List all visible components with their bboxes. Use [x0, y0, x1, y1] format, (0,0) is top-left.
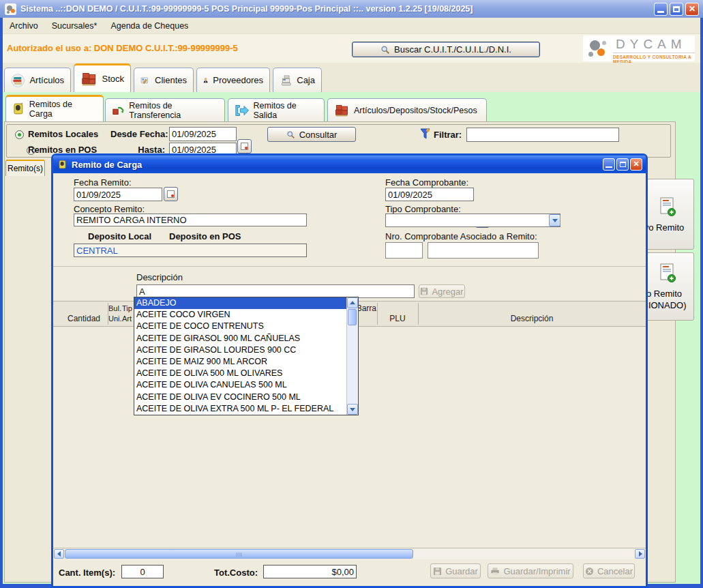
window-frame-right — [700, 18, 703, 588]
suggestion-item[interactable]: ACEITE DE OLIVA 500 ML OLIVARES — [134, 368, 346, 379]
application-window: Sistema ..::DON DEMO / C.U.I.T.:99-99999… — [0, 0, 703, 588]
client-card-icon — [140, 72, 150, 89]
tab-proveedores-label: Proveedores — [213, 75, 263, 85]
suggestion-item[interactable]: ABADEJO — [134, 297, 346, 309]
suggestion-item[interactable]: ACEITE DE COCO ENTRENUTS — [134, 321, 346, 332]
suggestion-item[interactable]: ACEITE DE GIRASOL LOURDES 900 CC — [134, 344, 346, 356]
remitos-list-tab[interactable]: Remito(s) — [5, 160, 45, 176]
tab-caja[interactable]: Caja — [273, 68, 322, 92]
minimize-button[interactable] — [654, 3, 668, 16]
radio-deposito-local-label: Deposito Local — [88, 231, 151, 241]
subtab-remitos-salida[interactable]: Remitos de Salida — [228, 98, 325, 121]
search-icon — [380, 45, 390, 55]
section-divider — [53, 266, 646, 267]
suggestion-item[interactable]: ACEITE DE GIRASOL 900 ML CAÑUELAS — [134, 333, 346, 344]
nro-comprobante-input-2[interactable] — [428, 242, 539, 259]
scroll-up-button[interactable] — [347, 297, 358, 308]
dialog-note-icon — [57, 160, 68, 170]
exit-arrow-icon — [235, 104, 249, 117]
window-title: Sistema ..::DON DEMO / C.U.I.T.:99-99999… — [20, 4, 473, 14]
save-icon — [433, 567, 442, 576]
agregar-button[interactable]: Agregar — [419, 284, 465, 298]
menu-item[interactable]: Agenda de Cheques — [104, 19, 195, 33]
dialog-minimize-button[interactable] — [603, 158, 615, 171]
cancelar-button[interactable]: Cancelar — [583, 563, 635, 578]
subtab-remitos-carga[interactable]: Remitos de Carga — [5, 95, 104, 121]
buscar-cuit-button[interactable]: Buscar C.U.I.T./C.U.I.L./D.N.I. — [352, 42, 540, 57]
concepto-remito-label: Concepto Remito: — [74, 204, 145, 214]
tab-articulos[interactable]: Artículos — [4, 68, 71, 92]
filter-funnel-icon — [420, 128, 430, 140]
suggestion-item[interactable]: ACEITE DE OLIVA EXTRA 500 ML P- EL FEDER… — [134, 403, 346, 415]
fecha-remito-input[interactable] — [74, 188, 162, 201]
menu-item[interactable]: Archivo — [3, 19, 45, 33]
dialog-close-button[interactable]: ✕ — [630, 158, 642, 171]
tab-articulos-label: Artículos — [29, 75, 64, 85]
horizontal-scrollbar-thumb[interactable] — [65, 549, 413, 559]
desde-calendar-button[interactable] — [237, 139, 252, 153]
nro-comprobante-label: Nro. Comprobante Asociado a Remito: — [385, 231, 537, 241]
tot-costo-input[interactable] — [263, 565, 357, 578]
tab-stock[interactable]: Stock — [74, 63, 131, 92]
deposit-boxes-icon — [334, 103, 349, 118]
guardar-imprimir-button[interactable]: Guardar/Imprimir — [488, 563, 573, 578]
suggestion-item[interactable]: ACEITE DE OLIVA EV COCINERO 500 ML — [134, 392, 346, 403]
stock-boxes-icon — [80, 70, 97, 88]
suggestion-item[interactable]: ACEITE COCO VIRGEN — [134, 309, 346, 321]
nro-comprobante-input-1[interactable] — [385, 242, 423, 259]
col-cantidad: Cantidad — [60, 314, 108, 323]
tab-clientes-label: Clientes — [155, 75, 187, 85]
suggestion-item[interactable]: ACEITE DE MAIZ 900 ML ARCOR — [134, 356, 346, 368]
app-icon — [5, 3, 16, 15]
tab-stock-label: Stock — [102, 74, 124, 84]
suggestion-dropdown: ABADEJOACEITE COCO VIRGENACEITE DE COCO … — [134, 297, 359, 415]
tab-proveedores[interactable]: Proveedores — [196, 68, 270, 92]
nuevo-remito-seleccionado-label-2: CIONADO) — [642, 300, 687, 310]
buscar-cuit-label: Buscar C.U.I.T./C.U.I.L./D.N.I. — [394, 44, 511, 55]
guardar-button[interactable]: Guardar — [430, 563, 481, 578]
radio-remitos-locales-label: Remitos Locales — [28, 129, 98, 139]
cant-items-label: Cant. Item(s): — [59, 568, 115, 578]
dycam-logo: DYCAM DESARROLLO Y CONSULTORIA A MEDIDA — [583, 35, 695, 61]
grid-horizontal-scrollbar[interactable] — [53, 548, 646, 559]
fecha-remito-calendar-button[interactable] — [164, 187, 178, 201]
nuevo-remito-seleccionado-button[interactable]: o Remito CIONADO) — [641, 252, 694, 321]
dialog-maximize-button[interactable] — [616, 158, 629, 171]
guardar-imprimir-label: Guardar/Imprimir — [503, 566, 570, 576]
descripcion-search-input[interactable] — [136, 284, 415, 298]
tot-costo-label: Tot.Costo: — [214, 568, 258, 578]
consultar-button[interactable]: Consultar — [267, 127, 356, 142]
scroll-down-button[interactable] — [347, 404, 358, 415]
subtab-remitos-salida-label: Remitos de Salida — [254, 101, 318, 120]
guardar-label: Guardar — [445, 566, 478, 576]
main-tab-strip: Artículos Stock Clientes — [3, 63, 700, 92]
maximize-button[interactable] — [670, 3, 683, 16]
nuevo-remito-button[interactable]: vo Remito — [641, 179, 694, 250]
search-icon — [286, 130, 295, 139]
logo-title: DYCAM — [616, 37, 687, 52]
combo-dropdown-button[interactable] — [549, 214, 560, 226]
suggestion-item[interactable]: ACEITE DE OLIVA CANUELAS 500 ML — [134, 379, 346, 391]
menu-item[interactable]: Sucursales* — [45, 19, 104, 33]
nuevo-remito-label: vo Remito — [644, 222, 685, 233]
scroll-left-button[interactable] — [54, 549, 64, 559]
suggestion-scrollbar[interactable] — [346, 297, 358, 415]
fecha-comprobante-input[interactable] — [385, 188, 474, 201]
deposito-input[interactable] — [74, 244, 307, 257]
desde-fecha-input[interactable] — [169, 127, 237, 141]
scrollbar-thumb[interactable] — [348, 309, 357, 325]
authorized-text: Autorizado el uso a: DON DEMO C.U.I.T.:9… — [7, 43, 238, 53]
filtrar-input[interactable] — [466, 128, 619, 142]
radio-remitos-locales[interactable] — [15, 130, 24, 139]
concepto-remito-input[interactable] — [74, 214, 307, 226]
cant-items-input[interactable] — [121, 565, 164, 578]
dycam-logo-icon — [588, 39, 609, 58]
new-document-icon — [659, 263, 676, 283]
subtab-articulos-depositos[interactable]: Artículos/Depositos/Stock/Pesos — [327, 98, 487, 121]
cancel-icon — [585, 567, 594, 576]
close-button[interactable]: ✕ — [685, 3, 699, 16]
scroll-right-button[interactable] — [635, 549, 645, 559]
tipo-comprobante-combo[interactable] — [385, 214, 560, 227]
tab-clientes[interactable]: Clientes — [134, 68, 194, 92]
subtab-remitos-transferencia[interactable]: Remitos de Transferencia — [105, 98, 225, 121]
